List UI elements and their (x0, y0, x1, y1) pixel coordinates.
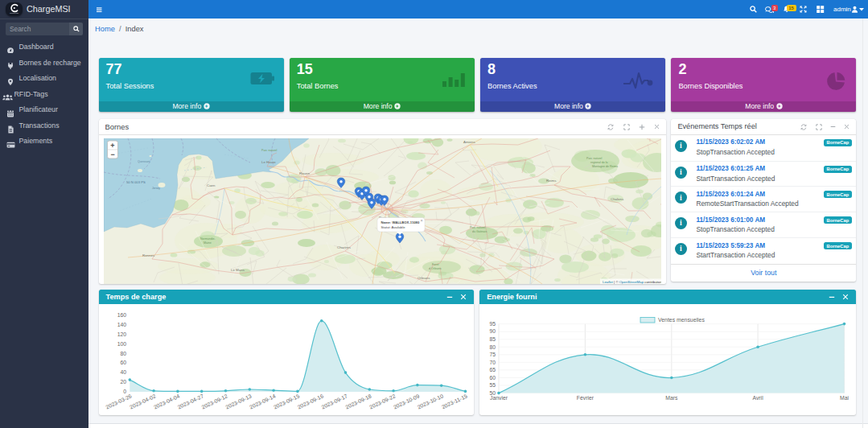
svg-text:80: 80 (489, 344, 496, 350)
svg-text:0: 0 (123, 389, 126, 394)
svg-text:65: 65 (489, 367, 496, 372)
svg-text:85: 85 (489, 336, 496, 342)
svg-text:2023-11-15: 2023-11-15 (441, 393, 468, 409)
svg-text:100: 100 (117, 341, 127, 347)
svg-text:Janvier: Janvier (490, 395, 508, 401)
svg-text:2023-10-09: 2023-10-09 (393, 393, 421, 409)
svg-text:75: 75 (489, 352, 496, 357)
svg-text:2023-04-04: 2023-04-04 (153, 393, 181, 409)
svg-text:2023-09-13: 2023-09-13 (224, 393, 253, 409)
svg-text:2023-09-18: 2023-09-18 (344, 393, 372, 409)
svg-text:55: 55 (489, 382, 496, 388)
svg-text:2023-09-16: 2023-09-16 (297, 393, 325, 409)
svg-text:60: 60 (489, 375, 496, 381)
svg-text:2023-03-26: 2023-03-26 (105, 393, 133, 409)
svg-text:70: 70 (489, 360, 496, 365)
svg-text:60: 60 (120, 360, 126, 365)
svg-text:90: 90 (489, 328, 496, 334)
svg-text:2023-09-17: 2023-09-17 (320, 393, 348, 409)
svg-text:Ventes mensuelles: Ventes mensuelles (658, 317, 705, 323)
svg-text:140: 140 (117, 322, 127, 327)
svg-text:2023-09-22: 2023-09-22 (368, 393, 397, 409)
svg-text:Février: Février (577, 395, 594, 401)
svg-text:95: 95 (489, 321, 496, 327)
svg-text:2023-09-14: 2023-09-14 (249, 393, 277, 409)
svg-text:Avril: Avril (753, 395, 764, 401)
svg-text:20: 20 (120, 379, 126, 385)
svg-text:2023-09-15: 2023-09-15 (273, 393, 301, 409)
svg-text:40: 40 (120, 369, 126, 375)
svg-text:80: 80 (120, 351, 126, 356)
svg-text:120: 120 (117, 331, 127, 337)
svg-text:2023-04-02: 2023-04-02 (129, 393, 157, 409)
svg-text:Mars: Mars (665, 395, 678, 401)
svg-text:2023-09-12: 2023-09-12 (200, 393, 228, 409)
svg-text:2023-10-10: 2023-10-10 (417, 393, 445, 409)
svg-text:Mai: Mai (840, 395, 849, 401)
svg-text:2023-04-27: 2023-04-27 (177, 393, 205, 409)
svg-text:160: 160 (117, 312, 127, 318)
